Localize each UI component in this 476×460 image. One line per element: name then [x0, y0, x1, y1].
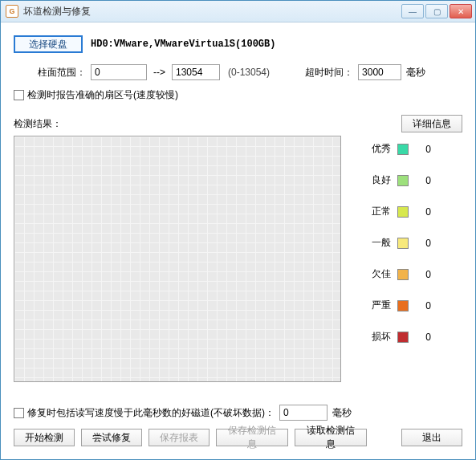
legend-item: 正常0 — [367, 205, 462, 218]
scan-grid — [14, 136, 341, 382]
repair-chk-row: 修复时包括读写速度慢于此毫秒数的好磁道(不破坏数据)： 毫秒 — [14, 405, 462, 421]
cylinder-start-input[interactable] — [91, 64, 147, 80]
legend-label: 欠佳 — [367, 267, 391, 281]
select-disk-button[interactable]: 选择硬盘 — [14, 35, 83, 53]
legend-count: 0 — [415, 269, 431, 280]
exit-button[interactable]: 退出 — [401, 429, 462, 446]
legend-swatch — [397, 144, 409, 155]
legend-item: 损坏0 — [367, 330, 462, 344]
legend-swatch — [397, 206, 409, 218]
start-scan-button[interactable]: 开始检测 — [14, 429, 75, 446]
titlebar: G 坏道检测与修复 — ▢ ✕ — [1, 1, 475, 22]
legend-label: 损坏 — [367, 330, 391, 344]
detail-info-button[interactable]: 详细信息 — [401, 115, 462, 132]
repair-slow-label: 修复时包括读写速度慢于此毫秒数的好磁道(不破坏数据)： — [27, 406, 275, 420]
legend-swatch — [397, 175, 409, 186]
repair-threshold-input[interactable] — [279, 405, 328, 421]
legend-item: 优秀0 — [367, 142, 462, 156]
legend-count: 0 — [415, 175, 431, 186]
timeout-label: 超时时间： — [305, 66, 353, 79]
timeout-input[interactable] — [358, 64, 401, 80]
legend-swatch — [397, 269, 409, 280]
client-area: 选择硬盘 HD0:VMware,VMwareVirtualS(100GB) 柱面… — [1, 22, 475, 459]
selected-disk-label: HD0:VMware,VMwareVirtualS(100GB) — [91, 39, 275, 50]
legend-count: 0 — [415, 300, 431, 311]
legend-label: 优秀 — [367, 142, 391, 156]
timeout-unit: 毫秒 — [406, 66, 425, 79]
legend-label: 严重 — [367, 299, 391, 312]
legend-count: 0 — [415, 144, 431, 155]
legend-count: 0 — [415, 238, 431, 249]
legend-swatch — [397, 332, 409, 343]
results-header: 检测结果： 详细信息 — [14, 115, 462, 132]
app-window: G 坏道检测与修复 — ▢ ✕ 选择硬盘 HD0:VMware,VMwareVi… — [0, 0, 476, 460]
legend-label: 良好 — [367, 173, 391, 187]
window-controls: — ▢ ✕ — [401, 4, 472, 18]
cylinder-end-input[interactable] — [172, 64, 220, 80]
legend: 优秀0良好0正常0一般0欠佳0严重0损坏0 — [341, 136, 462, 382]
accurate-sector-label: 检测时报告准确的扇区号(速度较慢) — [27, 88, 178, 102]
legend-label: 正常 — [367, 205, 391, 218]
window-title: 坏道检测与修复 — [23, 5, 401, 18]
app-icon: G — [6, 5, 18, 18]
read-scan-info-button[interactable]: 读取检测信息 — [295, 429, 367, 446]
legend-count: 0 — [415, 332, 431, 343]
checkbox-icon — [14, 90, 24, 100]
legend-item: 欠佳0 — [367, 267, 462, 281]
minimize-button[interactable]: — — [401, 4, 424, 18]
checkbox-icon — [14, 408, 24, 418]
cylinder-row: 柱面范围： --> (0-13054) 超时时间： 毫秒 — [14, 64, 462, 80]
repair-threshold-unit: 毫秒 — [332, 406, 352, 420]
save-report-button[interactable]: 保存报表 — [148, 429, 210, 446]
main-area: 优秀0良好0正常0一般0欠佳0严重0损坏0 — [14, 136, 462, 382]
save-scan-info-button[interactable]: 保存检测信息 — [216, 429, 288, 446]
bottom-button-bar: 开始检测 尝试修复 保存报表 保存检测信息 读取检测信息 退出 — [14, 429, 462, 446]
legend-item: 严重0 — [367, 299, 462, 312]
try-repair-button[interactable]: 尝试修复 — [81, 429, 142, 446]
maximize-button[interactable]: ▢ — [425, 4, 448, 18]
accurate-chk-row: 检测时报告准确的扇区号(速度较慢) — [14, 88, 462, 102]
disk-select-row: 选择硬盘 HD0:VMware,VMwareVirtualS(100GB) — [14, 35, 462, 53]
results-label: 检测结果： — [14, 117, 62, 131]
repair-slow-checkbox[interactable]: 修复时包括读写速度慢于此毫秒数的好磁道(不破坏数据)： — [14, 406, 275, 420]
cylinder-hint: (0-13054) — [228, 67, 270, 78]
legend-item: 一般0 — [367, 236, 462, 250]
accurate-sector-checkbox[interactable]: 检测时报告准确的扇区号(速度较慢) — [14, 88, 178, 102]
cylinder-arrow: --> — [153, 67, 165, 78]
close-button[interactable]: ✕ — [450, 4, 472, 18]
cylinder-range-label: 柱面范围： — [38, 66, 86, 79]
legend-label: 一般 — [367, 236, 391, 250]
legend-item: 良好0 — [367, 173, 462, 187]
legend-count: 0 — [415, 206, 431, 218]
legend-swatch — [397, 300, 409, 311]
legend-swatch — [397, 238, 409, 249]
